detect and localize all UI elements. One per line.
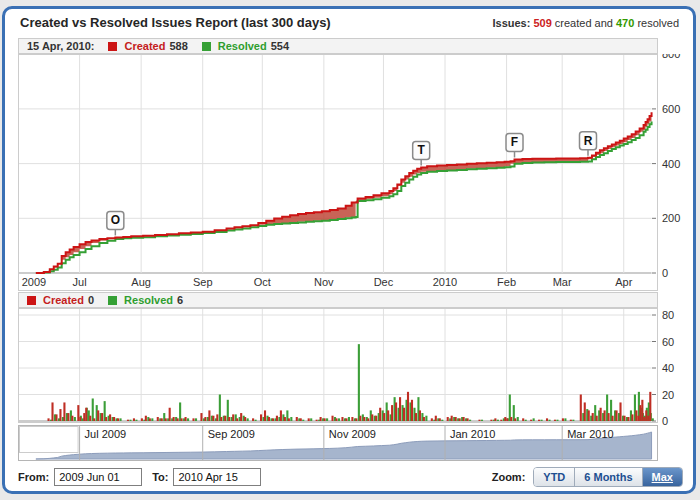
range-navigator[interactable]: Jul 2009Sep 2009Nov 2009Jan 2010Mar 2010 bbox=[18, 425, 658, 462]
x-axis-label: 2009 bbox=[22, 276, 46, 288]
created-bar bbox=[113, 417, 115, 421]
created-bar bbox=[268, 417, 270, 421]
legend-created-label: Created bbox=[124, 40, 165, 52]
navigator-label: Mar 2010 bbox=[567, 428, 613, 440]
created-bar bbox=[643, 417, 645, 421]
created-bar bbox=[351, 417, 353, 421]
created-bar bbox=[596, 416, 598, 421]
created-bar bbox=[316, 420, 318, 421]
issues-between-text: created and bbox=[552, 17, 616, 29]
created-bar bbox=[619, 402, 621, 421]
resolved-bar bbox=[255, 420, 257, 421]
created-bar bbox=[383, 413, 385, 421]
navigator-left-mask[interactable] bbox=[20, 427, 79, 453]
created-bar bbox=[83, 413, 85, 421]
created-bar bbox=[133, 418, 135, 421]
report-panel: Created vs Resolved Issues Report (last … bbox=[2, 6, 696, 494]
x-axis-label: Dec bbox=[374, 276, 394, 288]
resolved-bar bbox=[247, 418, 249, 421]
created-bar bbox=[490, 420, 492, 421]
legend-date: 15 Apr, 2010: bbox=[27, 40, 94, 52]
created-bar bbox=[455, 417, 457, 421]
created-bar bbox=[407, 392, 409, 421]
created-bar bbox=[308, 418, 310, 421]
created-bar bbox=[204, 417, 206, 421]
created-bar bbox=[439, 418, 441, 421]
created-bar bbox=[510, 417, 512, 421]
navigator-label: Nov 2009 bbox=[329, 428, 376, 440]
to-date-input[interactable] bbox=[173, 468, 261, 486]
created-bar bbox=[639, 405, 641, 421]
from-date-input[interactable] bbox=[54, 468, 142, 486]
created-bar bbox=[288, 418, 290, 421]
created-bar bbox=[320, 417, 322, 421]
bar-chart-legend: Created 0 Resolved 6 bbox=[18, 292, 658, 308]
created-bar bbox=[478, 420, 480, 421]
x-axis-label: Oct bbox=[254, 276, 271, 288]
created-bar bbox=[63, 402, 65, 421]
resolved-bar bbox=[425, 416, 427, 421]
resolved-bar bbox=[179, 402, 181, 421]
created-bar bbox=[627, 417, 629, 421]
created-bar bbox=[359, 416, 361, 421]
created-bar bbox=[538, 420, 540, 421]
main-chart-legend: 15 Apr, 2010: Created 588 Resolved 554 bbox=[18, 38, 658, 54]
legend-created-value: 588 bbox=[169, 40, 187, 52]
created-bar bbox=[93, 418, 95, 421]
created-bar bbox=[635, 410, 637, 421]
zoom-6months-button[interactable]: 6 Months bbox=[574, 468, 641, 486]
created-bar bbox=[169, 408, 171, 421]
from-label: From: bbox=[18, 471, 49, 483]
legend-resolved-label: Resolved bbox=[124, 294, 173, 306]
resolved-bar bbox=[219, 395, 221, 422]
resolved-bar bbox=[509, 395, 511, 422]
created-bar bbox=[47, 418, 49, 421]
resolved-bar bbox=[497, 420, 499, 421]
x-axis-label: Apr bbox=[615, 276, 632, 288]
x-axis-label: 2010 bbox=[433, 276, 457, 288]
svg-text:T: T bbox=[418, 143, 426, 157]
created-bar bbox=[97, 410, 99, 421]
created-bar bbox=[403, 408, 405, 421]
created-bar bbox=[324, 418, 326, 421]
resolved-bar bbox=[338, 418, 340, 421]
resolved-bar bbox=[358, 344, 360, 421]
created-bar bbox=[554, 420, 556, 421]
created-bar bbox=[67, 413, 69, 421]
created-bar bbox=[341, 417, 343, 421]
created-bar bbox=[264, 410, 266, 421]
created-bar bbox=[296, 417, 298, 421]
created-bar bbox=[530, 420, 532, 421]
created-bar bbox=[580, 395, 582, 422]
created-bar bbox=[161, 418, 163, 421]
zoom-label: Zoom: bbox=[492, 471, 526, 483]
created-bar bbox=[177, 418, 179, 421]
svg-text:R: R bbox=[584, 134, 593, 148]
zoom-max-button[interactable]: Max bbox=[642, 468, 682, 486]
created-bar bbox=[451, 416, 453, 421]
created-bar bbox=[208, 410, 210, 421]
y-axis-label: 0 bbox=[662, 415, 668, 425]
created-bar bbox=[588, 410, 590, 421]
created-bar bbox=[212, 416, 214, 421]
created-bar bbox=[236, 418, 238, 421]
issues-summary: Issues: 509 created and 470 resolved bbox=[492, 17, 679, 29]
created-bar bbox=[181, 418, 183, 421]
created-bar bbox=[165, 418, 167, 421]
resolved-bar bbox=[348, 417, 350, 421]
navigator-label: Jul 2009 bbox=[85, 428, 127, 440]
x-axis-label: Feb bbox=[497, 276, 516, 288]
created-bar bbox=[280, 410, 282, 421]
created-bar bbox=[647, 416, 649, 421]
y-axis-label: 0 bbox=[662, 267, 668, 279]
created-bar bbox=[459, 418, 461, 421]
x-axis-label: Jul bbox=[73, 276, 87, 288]
created-bar bbox=[345, 418, 347, 421]
zoom-ytd-button[interactable]: YTD bbox=[534, 468, 574, 486]
created-bar bbox=[331, 416, 333, 421]
created-bar bbox=[185, 417, 187, 421]
daily-issues-bar-chart: 020406080 bbox=[18, 308, 694, 425]
navigator-label: Sep 2009 bbox=[208, 428, 255, 440]
resolved-bar bbox=[564, 418, 566, 421]
created-bar bbox=[371, 414, 373, 421]
